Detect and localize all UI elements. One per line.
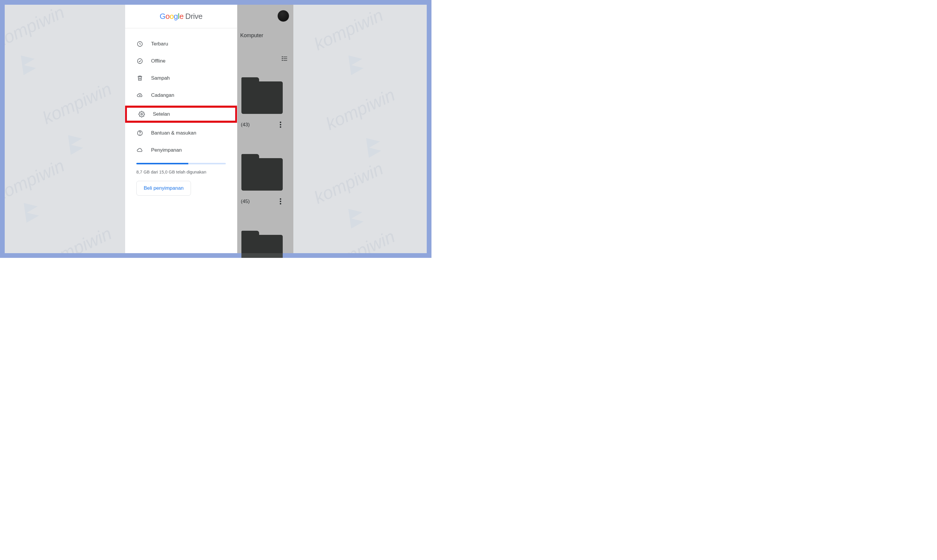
storage-progress-track xyxy=(136,163,226,165)
menu-item-label: Offline xyxy=(151,58,166,64)
svg-point-4 xyxy=(140,134,140,135)
svg-point-2 xyxy=(141,113,143,115)
menu-item-label: Setelan xyxy=(153,111,170,117)
navigation-drawer: GoogleDrive Terbaru Offline xyxy=(125,5,237,253)
google-drive-logo: GoogleDrive xyxy=(160,12,202,21)
offline-check-icon xyxy=(136,57,143,65)
watermark-text: kompiwin xyxy=(311,158,386,208)
menu-storage[interactable]: Penyimpanan xyxy=(125,142,237,159)
gear-icon xyxy=(138,111,145,118)
menu-item-label: Sampah xyxy=(151,75,170,81)
scrim-overlay[interactable] xyxy=(237,5,293,253)
watermark-text: kompiwin xyxy=(323,226,398,253)
phone-viewport: GoogleDrive Terbaru Offline xyxy=(125,5,293,253)
storage-used-label: 8,7 GB dari 15,0 GB telah digunakan xyxy=(136,170,226,174)
menu-item-label: Bantuan & masukan xyxy=(151,130,196,136)
watermark-text: kompiwin xyxy=(5,5,68,52)
cloud-upload-icon xyxy=(136,92,143,99)
watermark-text: kompiwin xyxy=(39,78,115,128)
menu-item-label: Cadangan xyxy=(151,92,174,98)
watermark-text: kompiwin xyxy=(311,5,386,54)
clock-icon xyxy=(136,40,143,48)
menu-backups[interactable]: Cadangan xyxy=(125,87,237,104)
menu-help[interactable]: Bantuan & masukan xyxy=(125,125,237,142)
menu-recent[interactable]: Terbaru xyxy=(125,35,237,52)
drawer-menu: Terbaru Offline Sampah xyxy=(125,28,237,195)
watermark-text: kompiwin xyxy=(39,223,115,253)
cloud-icon xyxy=(136,147,143,154)
menu-offline[interactable]: Offline xyxy=(125,52,237,70)
trash-icon xyxy=(136,75,143,82)
menu-trash[interactable]: Sampah xyxy=(125,70,237,87)
storage-progress-fill xyxy=(136,163,188,165)
menu-settings[interactable]: Setelan xyxy=(125,106,237,123)
drawer-header: GoogleDrive xyxy=(125,5,237,28)
watermark-text: kompiwin xyxy=(323,85,398,134)
watermark-text: kompiwin xyxy=(5,155,68,205)
buy-storage-button[interactable]: Beli penyimpanan xyxy=(136,181,191,195)
menu-item-label: Terbaru xyxy=(151,41,168,47)
help-icon xyxy=(136,129,143,137)
storage-section: 8,7 GB dari 15,0 GB telah digunakan Beli… xyxy=(125,159,237,195)
svg-point-1 xyxy=(137,59,143,64)
content-area: Komputer (43) (45) xyxy=(237,5,293,253)
menu-item-label: Penyimpanan xyxy=(151,147,182,153)
